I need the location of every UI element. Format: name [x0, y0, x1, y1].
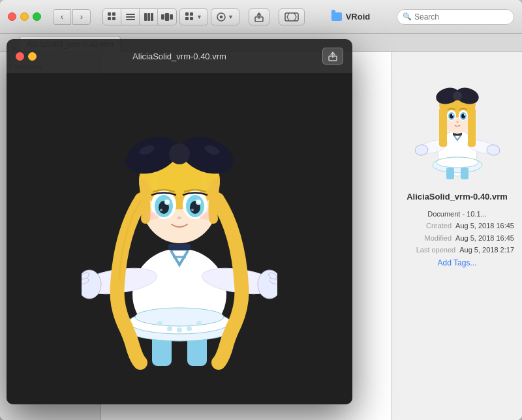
created-label: Created — [426, 221, 452, 231]
quicklook-content — [7, 73, 352, 404]
svg-rect-13 — [185, 12, 189, 16]
svg-point-60 — [157, 321, 162, 326]
ql-close-button[interactable] — [16, 52, 24, 61]
svg-point-91 — [191, 209, 194, 211]
svg-rect-3 — [112, 17, 115, 20]
share-button[interactable] — [249, 8, 269, 25]
svg-point-61 — [167, 326, 172, 331]
svg-rect-73 — [168, 244, 191, 250]
path-button[interactable] — [279, 8, 305, 25]
svg-point-38 — [453, 91, 462, 100]
svg-point-62 — [177, 327, 182, 333]
svg-point-59 — [135, 308, 224, 326]
nav-buttons: ‹ › — [53, 9, 91, 25]
svg-rect-14 — [190, 12, 193, 16]
meta-lastopened-row: Last opened Aug 5, 2018 2:17 — [400, 245, 514, 255]
close-button[interactable] — [8, 12, 16, 21]
svg-point-92 — [177, 217, 181, 219]
ql-traffic-lights — [16, 52, 37, 61]
list-view-button[interactable] — [121, 8, 140, 25]
svg-rect-9 — [151, 13, 153, 21]
quicklook-window: AliciaSolid_vrm-0.40.vrm — [7, 39, 352, 404]
cover-flow-button[interactable] — [158, 8, 176, 25]
svg-rect-2 — [108, 17, 111, 20]
svg-rect-1 — [112, 12, 115, 16]
svg-rect-11 — [165, 13, 169, 21]
minimize-button[interactable] — [20, 12, 29, 21]
preview-type: Document - 10.1... — [400, 209, 514, 219]
svg-rect-16 — [190, 17, 193, 20]
traffic-lights — [8, 12, 41, 21]
character-large-image — [82, 102, 277, 376]
svg-rect-6 — [126, 19, 135, 20]
svg-point-24 — [437, 157, 478, 168]
svg-rect-0 — [108, 12, 111, 16]
lastopened-value: Aug 5, 2018 2:17 — [459, 245, 514, 255]
svg-rect-12 — [170, 14, 173, 20]
svg-rect-15 — [185, 17, 189, 20]
window-title: VRoid — [311, 12, 390, 22]
icon-view-button[interactable] — [103, 8, 121, 25]
meta-modified-row: Modified Aug 5, 2018 16:45 — [400, 233, 514, 243]
preview-meta: Document - 10.1... Created Aug 5, 2018 1… — [400, 209, 514, 268]
preview-filename: AliciaSolid_vrm-0.40.vrm — [407, 192, 508, 203]
preview-panel: AliciaSolid_vrm-0.40.vrm Document - 10.1… — [392, 52, 522, 420]
svg-rect-7 — [144, 13, 147, 21]
svg-rect-8 — [147, 13, 150, 21]
svg-rect-5 — [126, 16, 135, 18]
title-bar: ‹ › — [0, 0, 522, 34]
svg-point-94 — [199, 212, 215, 220]
action-button[interactable]: ▼ — [211, 8, 239, 25]
view-toggle-group — [102, 8, 177, 25]
ql-share-button[interactable] — [322, 48, 343, 65]
svg-rect-4 — [126, 14, 135, 15]
svg-rect-26 — [461, 168, 468, 179]
meta-type-row: Document - 10.1... — [400, 209, 514, 219]
ql-minimize-button[interactable] — [28, 52, 37, 61]
svg-rect-34 — [439, 108, 447, 147]
ql-character-display — [49, 82, 310, 395]
svg-point-47 — [456, 121, 458, 123]
preview-thumbnail — [412, 65, 503, 183]
svg-point-45 — [452, 114, 453, 115]
quicklook-titlebar: AliciaSolid_vrm-0.40.vrm — [7, 39, 352, 73]
svg-point-63 — [187, 326, 192, 331]
svg-rect-35 — [468, 108, 476, 147]
back-button[interactable]: ‹ — [53, 9, 71, 25]
svg-point-90 — [160, 209, 162, 211]
svg-point-18 — [220, 16, 222, 18]
svg-point-89 — [196, 200, 201, 205]
modified-value: Aug 5, 2018 16:45 — [455, 233, 514, 243]
folder-icon — [331, 12, 342, 21]
arrange-button[interactable]: ▼ — [179, 8, 208, 25]
ql-title: AliciaSolid_vrm-0.40.vrm — [132, 52, 226, 61]
search-icon: 🔍 — [403, 12, 412, 21]
maximize-button[interactable] — [33, 12, 41, 21]
character-preview-image — [415, 68, 500, 179]
meta-created-row: Created Aug 5, 2018 16:45 — [400, 221, 514, 231]
created-value: Aug 5, 2018 16:45 — [455, 221, 514, 231]
svg-point-88 — [164, 200, 170, 205]
svg-rect-25 — [446, 168, 454, 179]
column-view-button[interactable] — [140, 8, 158, 25]
svg-point-93 — [144, 212, 160, 220]
add-tags-link[interactable]: Add Tags... — [400, 258, 514, 267]
toolbar-icons: ▼ ▼ — [102, 8, 239, 25]
search-box[interactable]: 🔍 — [397, 9, 514, 25]
modified-label: Modified — [425, 233, 452, 243]
svg-point-64 — [196, 321, 202, 326]
forward-button[interactable]: › — [72, 9, 91, 25]
search-input[interactable] — [414, 12, 506, 22]
svg-point-46 — [463, 114, 465, 115]
svg-rect-10 — [161, 14, 164, 20]
svg-point-79 — [169, 143, 190, 164]
lastopened-label: Last opened — [416, 245, 456, 255]
